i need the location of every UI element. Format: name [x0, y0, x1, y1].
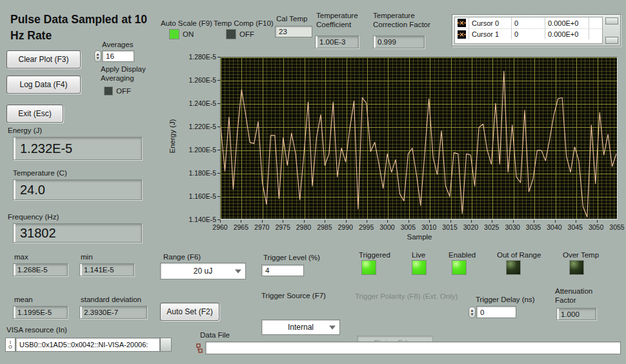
trigger-delay-spinner[interactable]: ▲ ▼: [469, 307, 476, 318]
x-tick-label: 3040: [543, 223, 566, 231]
trigger-polarity-label: Trigger Polarity (F8) (Ext. Only): [355, 292, 458, 300]
exit-button[interactable]: Exit (Esc): [6, 105, 63, 123]
averages-spinner[interactable]: ▲ ▼: [94, 50, 101, 62]
range-label: Range (F6): [163, 253, 201, 261]
visa-resource-input[interactable]: USB0::0x1AD5::0x0042::NI-VISA-20006:: [15, 338, 160, 352]
temp-coefficient-label: Temperature Coefficient: [316, 11, 372, 30]
chart-plot-area[interactable]: [220, 57, 618, 219]
cursor-legend-panel: Cursor 0 0 0.000E+0 Cursor 1 0 0.000E+0: [452, 14, 621, 46]
frequency-label: Frequency (Hz): [8, 213, 59, 221]
x-tick-label: 2965: [229, 223, 252, 231]
cursor-x-value: 0: [512, 29, 545, 39]
min-label: min: [81, 253, 93, 261]
out-of-range-label: Out of Range: [497, 251, 541, 259]
dropdown-arrow-icon: [329, 326, 336, 330]
cursor-table: Cursor 0 0 0.000E+0 Cursor 1 0 0.000E+0: [454, 17, 603, 44]
x-tick-label: 3045: [563, 223, 587, 231]
trigger-source-dropdown[interactable]: Internal: [261, 319, 340, 335]
cursor-scroll-up-button[interactable]: [605, 17, 618, 25]
out-of-range-led: [506, 260, 521, 275]
visa-resource-label: VISA resource (In): [6, 326, 67, 334]
cursor-y-value: 0.000E+0: [545, 29, 589, 39]
apply-display-averaging-led[interactable]: [104, 86, 113, 96]
y-tick-label: 1.240E-5: [176, 99, 216, 107]
min-value: 1.141E-5: [79, 263, 134, 276]
x-tick-label: 3010: [418, 223, 441, 231]
dropdown-arrow-icon: [235, 270, 241, 274]
x-tick-label: 3025: [480, 223, 503, 231]
x-tick-label: 2995: [355, 223, 378, 231]
path-glyph-icon: [196, 343, 205, 354]
y-tick-label: 1.180E-5: [176, 169, 216, 177]
front-panel: Pulse Data Sampled at 10 Hz Rate Clear P…: [0, 0, 626, 364]
enabled-label: Enabled: [449, 251, 476, 259]
visa-browse-button[interactable]: [160, 338, 172, 352]
trigger-level-input[interactable]: 4: [261, 265, 304, 276]
spinner-down-icon[interactable]: ▼: [96, 56, 100, 60]
energy-value: 1.232E-5: [13, 137, 142, 160]
y-tick-label: 1.220E-5: [176, 123, 216, 130]
x-tick-label: 3015: [438, 223, 461, 231]
over-temp-label: Over Temp: [563, 251, 599, 259]
attenuation-value: 1.000: [556, 308, 596, 320]
auto-scale-state: ON: [183, 30, 194, 38]
temp-comp-led[interactable]: [226, 29, 236, 39]
live-led: [412, 260, 427, 275]
x-tick-label: 3035: [522, 223, 545, 231]
std-label: standard deviation: [81, 296, 141, 303]
x-tick-label: 2980: [292, 223, 315, 231]
range-dropdown[interactable]: 20 uJ: [160, 263, 246, 279]
trigger-delay-input[interactable]: 0: [476, 306, 516, 318]
cursor-row-1[interactable]: Cursor 1 0 0.000E+0: [455, 28, 602, 39]
energy-trace: [221, 71, 616, 217]
auto-scale-led[interactable]: [169, 29, 179, 39]
std-value: 2.3930E-7: [79, 306, 147, 319]
clear-plot-button[interactable]: Clear Plot (F3): [6, 50, 81, 68]
trigger-source-value: Internal: [288, 323, 314, 332]
cursor-x-value: 0: [512, 17, 545, 28]
x-tick-label: 2985: [313, 223, 336, 231]
temperature-label: Temperature (C): [13, 169, 67, 177]
y-tick-label: 1.140E-5: [176, 216, 216, 223]
x-tick-label: 3050: [585, 223, 608, 231]
auto-set-button[interactable]: Auto Set (F2): [160, 303, 219, 321]
cursor-crosshair-icon: [458, 30, 466, 39]
temp-comp-label: Temp Comp (F10): [214, 19, 274, 27]
x-tick-label: 2970: [250, 223, 274, 231]
trigger-delay-label: Trigger Delay (ns): [476, 296, 535, 303]
temperature-value: 24.0: [13, 179, 142, 200]
x-tick-label: 3030: [501, 223, 524, 231]
apply-display-averaging-label: Apply Display Averaging: [101, 65, 165, 83]
max-label: max: [14, 253, 28, 261]
y-tick-label: 1.260E-5: [176, 76, 216, 84]
temp-coefficient-value: 1.00E-3: [315, 35, 359, 48]
energy-label: Energy (J): [8, 126, 42, 134]
spinner-down-icon[interactable]: ▼: [470, 312, 474, 316]
x-tickmarks: [220, 220, 618, 223]
data-file-input[interactable]: [205, 341, 621, 354]
cursor-name: Cursor 0: [469, 17, 512, 28]
cal-temp-input[interactable]: 23: [275, 26, 312, 37]
cal-temp-label: Cal Temp: [276, 15, 307, 23]
x-tick-label: 3000: [376, 223, 399, 231]
x-tick-label: 2960: [208, 223, 232, 231]
y-tick-label: 1.200E-5: [176, 146, 216, 154]
auto-scale-label: Auto Scale (F9): [161, 19, 212, 27]
triggered-led: [361, 260, 376, 275]
enabled-led: [452, 260, 467, 275]
cursor-row-0[interactable]: Cursor 0 0 0.000E+0: [455, 17, 602, 28]
apply-display-averaging-state: OFF: [116, 87, 131, 95]
over-temp-led: [569, 260, 584, 275]
temp-correction-label: Temperature Correction Factor: [373, 11, 444, 30]
y-tick-label: 1.280E-5: [176, 53, 216, 61]
frequency-value: 31802: [13, 223, 142, 243]
x-tick-label: 2975: [271, 223, 294, 231]
cursor-scroll-down-button[interactable]: [605, 37, 618, 44]
x-tick-label: 2990: [334, 223, 357, 231]
cursor-name: Cursor 1: [469, 29, 512, 39]
log-data-button[interactable]: Log Data (F4): [6, 76, 81, 94]
x-axis-title: Sample: [400, 233, 439, 241]
x-tick-label: 3055: [605, 223, 626, 231]
range-value: 20 uJ: [194, 267, 212, 276]
averages-input[interactable]: 16: [102, 50, 134, 62]
